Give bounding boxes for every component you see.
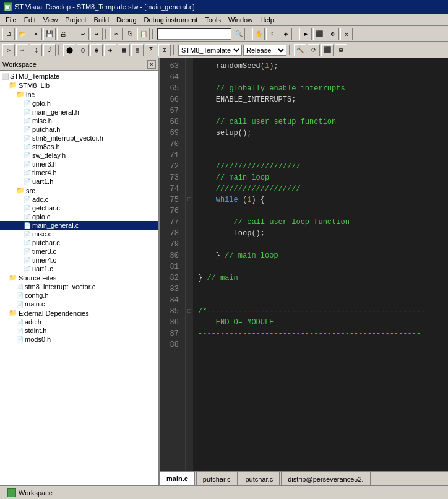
cut-button[interactable]: ✂ [110,28,123,40]
close-button[interactable]: ✕ [30,28,42,40]
file-icon: 📄 [16,301,24,308]
rebuild-btn[interactable]: ⟳ [308,44,320,56]
tab-item[interactable]: distrib@perseverance52. [281,472,370,485]
code-area[interactable]: 6364656667686970717273747576777879808182… [160,58,448,471]
tree-item[interactable]: 📁inc [0,90,158,99]
step-over-button[interactable]: ⇒ [16,44,28,56]
undo-button[interactable]: ↩ [77,28,89,40]
menu-tools[interactable]: Tools [202,15,224,24]
hand-button[interactable]: ✋ [252,28,265,40]
tab-item[interactable]: putchar.c [239,472,280,485]
file-icon: 📄 [24,170,31,176]
config-select[interactable]: STM8_Template [178,45,242,56]
find-button[interactable]: 🔍 [233,28,245,40]
tree-item[interactable]: 📄putchar.c [0,238,158,247]
extra2-btn[interactable]: ⊠ [335,44,347,56]
code-line: ----------------------------------------… [198,328,443,339]
config-button[interactable]: ⚒ [340,28,353,40]
bp-button[interactable]: ⬤ [63,44,75,56]
new-file-button[interactable]: 🗋 [2,28,15,40]
redo-button[interactable]: ↪ [90,28,103,40]
tree-item[interactable]: 📄main.c [0,300,158,308]
menu-project[interactable]: Project [62,15,89,24]
tree-item[interactable]: 📄adc.c [0,195,158,204]
tree-item[interactable]: 📄adc.h [0,318,158,326]
tree-item[interactable]: 📄putchar.h [0,125,158,134]
workspace-close-button[interactable]: × [147,60,156,69]
copy-button[interactable]: ⎘ [124,28,136,40]
tree-item-label: main.c [25,300,45,308]
tree-item[interactable]: 📄stm8_interrupt_vector.c [0,282,158,291]
build-select[interactable]: Release [243,45,286,56]
tree-item[interactable]: 📄getchar.c [0,204,158,212]
stop-button[interactable]: ⬛ [313,28,325,40]
tree-item[interactable]: 📁STM8_Lib [0,80,158,90]
file-icon: 📄 [24,109,31,116]
tree-item[interactable]: 📄timer4.c [0,256,158,264]
step-into-button[interactable]: ⤵ [30,44,42,56]
menu-view[interactable]: View [40,15,61,24]
menu-debug-instrument[interactable]: Debug instrument [141,15,201,24]
tree-item[interactable]: 📄uart1.h [0,177,158,186]
bp3-button[interactable]: ◉ [90,44,103,56]
tree-item[interactable]: 📄misc.c [0,230,158,238]
tree-item[interactable]: 📁External Dependencies [0,308,158,318]
tree-item[interactable]: 📁src [0,186,158,195]
menu-window[interactable]: Window [225,15,256,24]
tab-item[interactable]: putchar.c [196,472,238,485]
tree-item[interactable]: 📄gpio.c [0,212,158,221]
search-input[interactable] [157,28,231,40]
extra-button[interactable]: ⊞ [158,44,171,56]
title-text: ST Visual Develop - STM8_Template.stw - … [15,3,195,11]
code-line: /////////////////// [198,183,443,194]
cursor-button[interactable]: ↕ [266,28,278,40]
project-icon: ⬜ [1,73,9,80]
sym-button[interactable]: Σ [145,44,157,56]
debug-button[interactable]: ▷ [2,44,15,56]
menu-file[interactable]: File [2,15,20,24]
workspace-tree[interactable]: ⬜STM8_Template📁STM8_Lib📁inc📄gpio.h📄main_… [0,71,158,485]
print-button[interactable]: 🖨 [57,28,69,40]
reg-button[interactable]: ▤ [131,44,144,56]
tab-item[interactable]: main.c [160,472,195,485]
open-button[interactable]: 📂 [16,28,28,40]
build-btn[interactable]: 🔨 [294,44,306,56]
tree-item[interactable]: 📄config.h [0,291,158,300]
menu-edit[interactable]: Edit [21,15,39,24]
tree-item[interactable]: 📄uart1.c [0,264,158,273]
tree-item[interactable]: 📄main_general.h [0,108,158,116]
stop-build-btn[interactable]: ⬛ [321,44,334,56]
watch2-button[interactable]: ◈ [104,44,116,56]
tree-item[interactable]: 📄stm8_interrupt_vector.h [0,134,158,142]
step-out-button[interactable]: ⤴ [43,44,56,56]
tree-item[interactable]: 📄misc.h [0,116,158,125]
paste-button[interactable]: 📋 [137,28,150,40]
tree-item[interactable]: ⬜STM8_Template [0,72,158,80]
tree-item[interactable]: 📁Source Files [0,273,158,282]
tree-item[interactable]: 📄mods0.h [0,335,158,344]
tree-item-label: sw_delay.h [32,152,66,159]
settings-button[interactable]: ⚙ [327,28,339,40]
fold-marker[interactable]: □ [186,194,193,206]
code-line: // main loop [198,172,443,183]
fold-marker[interactable]: □ [186,306,193,317]
menu-debug[interactable]: Debug [113,15,139,24]
menu-help[interactable]: Help [257,15,277,24]
tree-item[interactable]: 📄timer3.h [0,160,158,168]
tree-item[interactable]: 📄main_general.c [0,221,158,230]
bp2-button[interactable]: ◯ [77,44,89,56]
tree-item[interactable]: 📄stdint.h [0,326,158,335]
tree-item[interactable]: 📄timer3.c [0,247,158,256]
tree-item[interactable]: 📄timer4.h [0,168,158,177]
code-line [198,239,443,250]
save-button[interactable]: 💾 [43,28,56,40]
tree-item[interactable]: 📄sw_delay.h [0,151,158,160]
fold-marker [186,284,193,295]
tree-item[interactable]: 📄gpio.h [0,99,158,108]
menu-build[interactable]: Build [91,15,112,24]
watch-button[interactable]: ◈ [280,28,292,40]
mem-button[interactable]: ▦ [118,44,130,56]
fold-marker [186,317,193,328]
tree-item[interactable]: 📄stm8as.h [0,142,158,151]
run-button[interactable]: ▶ [299,28,312,40]
